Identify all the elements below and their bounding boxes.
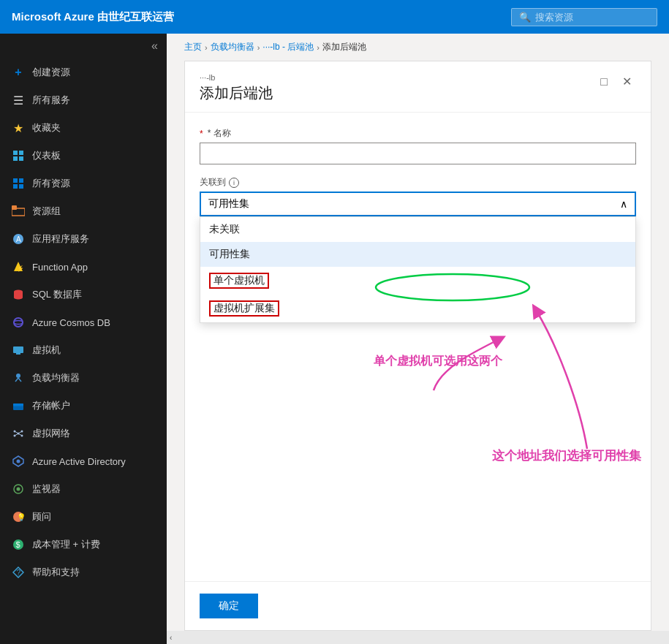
breadcrumb-current: 添加后端池	[322, 41, 366, 53]
sidebar-item-label: Azure Active Directory	[32, 456, 126, 467]
panel-footer: 确定	[185, 581, 651, 630]
dropdown-option-vmss-label: 虚拟机扩展集	[213, 302, 275, 314]
info-icon[interactable]: i	[229, 178, 239, 188]
svg-line-20	[15, 378, 18, 382]
svg-rect-4	[13, 178, 18, 183]
svg-point-19	[16, 374, 20, 378]
sidebar-item-label: SQL 数据库	[32, 288, 82, 301]
svg-rect-9	[12, 205, 17, 210]
sidebar-item-allservices[interactable]: ☰ 所有服务	[0, 86, 167, 114]
sidebar-item-appservice[interactable]: A 应用程序服务	[0, 225, 167, 253]
sidebar-item-help[interactable]: ? 帮助和支持	[0, 558, 167, 586]
sidebar-item-storage[interactable]: 存储帐户	[0, 392, 167, 420]
panel-body: * * 名称 关联到 i 可用性集 ∧ 未关联	[185, 113, 651, 581]
dropdown-option-availset-label: 可用性集	[209, 248, 250, 260]
storage-icon	[12, 399, 25, 412]
svg-line-21	[18, 378, 21, 382]
sidebar-item-label: 成本管理 + 计费	[32, 538, 100, 551]
restore-button[interactable]: □	[596, 74, 612, 90]
breadcrumb-lb[interactable]: 负载均衡器	[211, 41, 254, 53]
svg-line-31	[15, 433, 18, 436]
svg-rect-7	[19, 184, 23, 189]
star-icon: ★	[12, 121, 25, 135]
sidebar-item-label: 仪表板	[32, 149, 61, 162]
bottom-bar: ‹	[167, 631, 669, 644]
cosmos-icon	[12, 316, 25, 329]
breadcrumb-backend[interactable]: ···-lb - 后端池	[262, 41, 314, 53]
svg-rect-5	[19, 178, 23, 183]
name-field-row: * * 名称	[200, 127, 636, 164]
list-icon: ☰	[12, 94, 25, 107]
dropdown-option-singlevm[interactable]: 单个虚拟机	[200, 267, 635, 295]
association-label: 关联到 i	[200, 176, 636, 189]
sidebar-item-label: 虚拟机	[32, 344, 61, 357]
svg-rect-3	[19, 156, 23, 161]
sidebar-item-favorites[interactable]: ★ 收藏夹	[0, 114, 167, 142]
association-dropdown-menu: 未关联 可用性集 单个虚拟机 虚拟机扩展集	[200, 216, 636, 323]
vm-icon	[12, 344, 25, 357]
svg-text:💡: 💡	[17, 512, 25, 522]
svg-rect-17	[13, 346, 23, 353]
svg-text:A: A	[16, 235, 21, 243]
dropdown-option-none[interactable]: 未关联	[200, 217, 635, 242]
sidebar-item-create[interactable]: + 创建资源	[0, 58, 167, 86]
help-icon: ?	[12, 566, 25, 579]
sidebar-item-advisor[interactable]: 💡 顾问	[0, 503, 167, 531]
content-area: 主页 › 负载均衡器 › ···-lb - 后端池 › 添加后端池 ···-lb…	[167, 34, 669, 644]
breadcrumb-home[interactable]: 主页	[184, 41, 202, 53]
plus-icon: +	[12, 66, 25, 79]
svg-line-29	[15, 431, 18, 433]
sidebar-item-label: 监视器	[32, 482, 61, 496]
scroll-left-button[interactable]: ‹	[170, 634, 172, 642]
sidebar-item-functionapp[interactable]: ⚡ Function App	[0, 253, 167, 281]
add-backend-pool-panel: ···-lb 添加后端池 □ ✕ * * 名称	[184, 61, 651, 631]
sidebar-item-vm[interactable]: 虚拟机	[0, 336, 167, 364]
name-field-label-text: * 名称	[208, 127, 231, 140]
panel-header: ···-lb 添加后端池 □ ✕	[185, 61, 651, 113]
svg-rect-6	[13, 184, 18, 189]
search-input[interactable]	[535, 12, 652, 23]
sidebar-item-sqldb[interactable]: SQL 数据库	[0, 281, 167, 308]
search-icon: 🔍	[519, 12, 531, 23]
breadcrumb: 主页 › 负载均衡器 › ···-lb - 后端池 › 添加后端池	[167, 34, 669, 61]
vnet-icon	[12, 427, 25, 440]
dropdown-option-vmss[interactable]: 虚拟机扩展集	[200, 295, 635, 322]
topbar: Microsoft Azure 由世纪互联运营 🔍	[0, 0, 669, 34]
svg-rect-23	[13, 404, 23, 406]
allresources-icon	[12, 177, 25, 190]
panel-controls: □ ✕	[596, 73, 636, 90]
sidebar-item-dashboard[interactable]: 仪表板	[0, 142, 167, 170]
svg-point-36	[17, 488, 20, 491]
sidebar-item-monitor[interactable]: 监视器	[0, 475, 167, 503]
close-button[interactable]: ✕	[618, 73, 636, 90]
sidebar-collapse-button[interactable]: «	[0, 34, 167, 58]
confirm-button[interactable]: 确定	[200, 594, 258, 618]
svg-line-32	[18, 433, 22, 436]
sidebar-item-lb[interactable]: 负载均衡器	[0, 364, 167, 392]
sidebar-item-label: 收藏夹	[32, 121, 61, 135]
dropdown-option-availset[interactable]: 可用性集	[200, 242, 635, 267]
sidebar-item-cost[interactable]: $ 成本管理 + 计费	[0, 531, 167, 558]
sidebar-item-resourcegroup[interactable]: 资源组	[0, 197, 167, 225]
sidebar-item-label: 应用程序服务	[32, 232, 89, 246]
svg-text:?: ?	[17, 569, 21, 577]
svg-line-30	[18, 431, 22, 433]
sidebar-item-aad[interactable]: Azure Active Directory	[0, 447, 167, 475]
chevron-up-icon: ∧	[620, 198, 627, 210]
cost-icon: $	[12, 538, 25, 551]
sidebar-item-label: 负载均衡器	[32, 371, 80, 384]
association-dropdown-trigger[interactable]: 可用性集 ∧	[200, 192, 636, 216]
sidebar-item-allresources[interactable]: 所有资源	[0, 170, 167, 197]
singlevm-highlight-box: 单个虚拟机	[209, 273, 269, 289]
panel-title-area: ···-lb 添加后端池	[200, 73, 273, 103]
appservice-icon: A	[12, 232, 25, 246]
name-input[interactable]	[200, 143, 636, 164]
monitor-icon	[12, 482, 25, 496]
aad-icon	[12, 455, 25, 468]
sidebar-item-cosmos[interactable]: Azure Cosmos DB	[0, 308, 167, 336]
sidebar-item-vnet[interactable]: 虚拟网络	[0, 420, 167, 447]
search-box[interactable]: 🔍	[511, 8, 657, 26]
required-star: *	[200, 129, 203, 139]
sidebar: « + 创建资源 ☰ 所有服务 ★ 收藏夹 仪表板 所有资源	[0, 34, 167, 644]
sidebar-item-label: 创建资源	[32, 66, 70, 79]
